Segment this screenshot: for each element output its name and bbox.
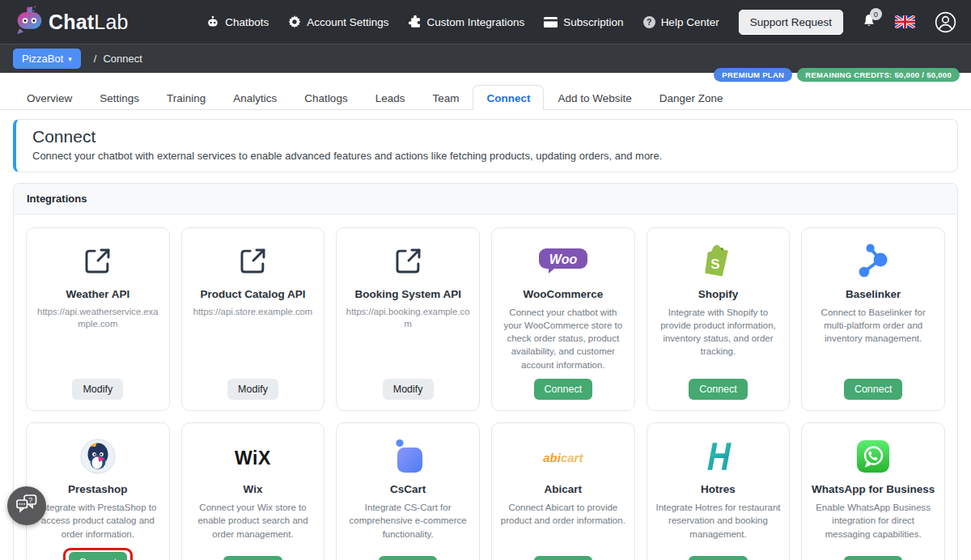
external-link-icon <box>390 243 426 282</box>
tab-analytics[interactable]: Analytics <box>219 85 290 110</box>
connect-button-whatsapp-for-business[interactable]: Connect <box>844 556 903 560</box>
baselinker-logo <box>851 241 895 285</box>
plan-badges-row: PREMIUM PLAN REMAINING CREDITS: 50,000 /… <box>0 68 971 82</box>
puzzle-icon <box>409 15 422 28</box>
page-title: Connect <box>32 127 941 146</box>
integration-card-whatsapp-for-business: WhatsApp for BusinessEnable WhatsApp Bus… <box>801 422 945 560</box>
whatsapp-logo <box>856 439 890 477</box>
connect-button-baselinker[interactable]: Connect <box>844 379 903 400</box>
hotres-logo <box>702 439 734 477</box>
page-description: Connect your chatbot with external servi… <box>32 150 941 162</box>
integration-title: WooCommerce <box>523 288 603 300</box>
integration-description: Connect to Baselinker for multi-platform… <box>809 306 937 346</box>
svg-text:Woo: Woo <box>549 252 578 265</box>
robot-icon <box>206 15 219 28</box>
prestashop-logo <box>80 439 116 477</box>
logo-box <box>856 435 890 481</box>
nav-item-help-center[interactable]: ?Help Center <box>643 16 719 28</box>
breadcrumb: / Connect <box>94 53 142 65</box>
connect-button-cscart[interactable]: Connect <box>379 556 438 560</box>
bot-tabs: OverviewSettingsTrainingAnalyticsChatlog… <box>0 85 971 110</box>
integrations-grid: Weather APIhttps://api.weatherservice.ex… <box>14 214 957 560</box>
connect-button-woocommerce[interactable]: Connect <box>534 379 593 400</box>
integration-description: Integrate with Shopify to provide produc… <box>655 306 782 358</box>
nav-item-subscription[interactable]: Subscription <box>544 16 623 28</box>
integration-card-wix: WiXWixConnect your Wix store to enable p… <box>181 422 325 560</box>
integrations-panel-header: Integrations <box>14 184 957 214</box>
external-link-icon <box>79 243 116 282</box>
external-link-icon <box>235 243 271 282</box>
tab-chatlogs[interactable]: Chatlogs <box>290 85 361 110</box>
nav-item-label: Subscription <box>563 16 623 28</box>
integration-description: Connect your chatbot with your WooCommer… <box>499 306 627 372</box>
help-icon: ? <box>643 16 655 28</box>
chatlab-logo[interactable]: ChatLab <box>15 4 129 40</box>
integration-title: Hotres <box>701 483 736 495</box>
remaining-credits-badge: REMAINING CREDITS: 50,000 / 50,000 <box>797 68 960 82</box>
logo-box <box>79 240 116 286</box>
tab-connect[interactable]: Connect <box>473 85 544 110</box>
modify-button-product-catalog-api[interactable]: Modify <box>227 379 278 400</box>
logo-box: S <box>701 240 735 286</box>
tab-team[interactable]: Team <box>418 85 473 110</box>
integration-title: CsCart <box>390 483 426 495</box>
integration-card-weather-api: Weather APIhttps://api.weatherservice.ex… <box>26 227 170 412</box>
shopify-logo: S <box>701 243 735 283</box>
integration-card-abicart: abicartAbicartConnect Abicart to provide… <box>491 422 635 560</box>
integration-card-woocommerce: WooWooCommerceConnect your chatbot with … <box>491 227 635 412</box>
tab-overview[interactable]: Overview <box>13 85 86 110</box>
nav-item-label: Custom Integrations <box>427 16 525 28</box>
connect-header-card: Connect Connect your chatbot with extern… <box>13 119 958 172</box>
notifications-bell[interactable]: 0 <box>863 14 876 31</box>
integration-title: Product Catalog API <box>200 288 305 300</box>
help-chat-floating-button[interactable]: ? <box>7 486 46 525</box>
wix-logo: WiX <box>235 448 271 469</box>
notification-count-badge: 0 <box>870 8 882 20</box>
abicart-logo: abicart <box>543 451 583 465</box>
integration-title: Abicart <box>545 483 583 495</box>
integration-title: Shopify <box>698 288 739 300</box>
logo-box <box>235 240 271 286</box>
top-navbar: ChatLab ChatbotsAccount SettingsCustom I… <box>0 0 971 44</box>
integration-title: WhatsApp for Business <box>812 483 935 495</box>
integration-title: Baselinker <box>846 288 901 300</box>
tab-add-to-website[interactable]: Add to Website <box>544 85 645 110</box>
chevron-down-icon: ▾ <box>68 55 72 63</box>
profile-avatar-icon[interactable] <box>935 11 956 33</box>
integration-description: Enable WhatsApp Business integration for… <box>809 501 937 541</box>
language-flag-uk[interactable] <box>895 15 915 28</box>
modify-button-booking-system-api[interactable]: Modify <box>383 379 434 400</box>
cscart-logo <box>389 437 426 479</box>
logo-box: Woo <box>537 240 589 286</box>
connect-button-shopify[interactable]: Connect <box>689 379 748 400</box>
integration-card-shopify: SShopifyIntegrate with Shopify to provid… <box>647 227 791 412</box>
woocommerce-logo: Woo <box>537 248 589 278</box>
tab-settings[interactable]: Settings <box>86 85 153 110</box>
integration-title: Wix <box>244 483 263 495</box>
integration-description: Connect your Wix store to enable product… <box>189 501 317 541</box>
connect-button-abicart[interactable]: Connect <box>534 556 593 560</box>
connect-button-wix[interactable]: Connect <box>223 556 282 560</box>
logo-box <box>389 435 426 481</box>
logo-box: abicart <box>543 435 583 481</box>
connect-button-hotres[interactable]: Connect <box>689 556 748 560</box>
integration-description: Integrate Hotres for restaurant reservat… <box>655 501 782 541</box>
support-request-button[interactable]: Support Request <box>739 10 843 35</box>
navbar-menu: ChatbotsAccount SettingsCustom Integrati… <box>206 10 956 35</box>
connect-button-prestashop[interactable]: Connect <box>69 552 128 560</box>
tab-danger-zone[interactable]: Danger Zone <box>646 85 737 110</box>
logo-box: WiX <box>235 435 271 481</box>
modify-button-weather-api[interactable]: Modify <box>72 379 123 400</box>
integration-title: Prestashop <box>68 483 128 495</box>
integration-url: https://api.store.example.com <box>193 306 313 319</box>
nav-item-account-settings[interactable]: Account Settings <box>288 15 388 28</box>
bot-selector-dropdown[interactable]: PizzaBot▾ <box>13 49 81 69</box>
integration-card-hotres: HotresIntegrate Hotres for restaurant re… <box>647 422 791 560</box>
nav-item-chatbots[interactable]: Chatbots <box>206 15 269 28</box>
nav-item-custom-integrations[interactable]: Custom Integrations <box>409 15 525 28</box>
tab-leads[interactable]: Leads <box>362 85 419 110</box>
logo-box <box>851 240 895 286</box>
integration-card-product-catalog-api: Product Catalog APIhttps://api.store.exa… <box>181 227 325 412</box>
integration-description: Integrate with PrestaShop to access prod… <box>34 501 162 541</box>
tab-training[interactable]: Training <box>153 85 219 110</box>
